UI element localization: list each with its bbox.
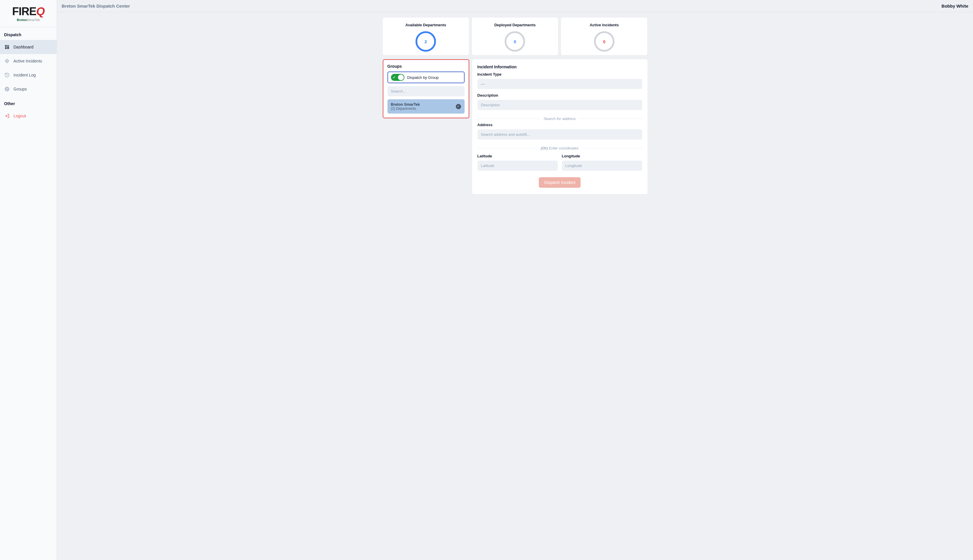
dispatch-by-group-toggle-wrap[interactable]: ✓ Dispatch by Group [388, 72, 465, 83]
nav-groups-label: Groups [13, 87, 27, 92]
latitude-label: Latitude [477, 154, 558, 158]
stat-active-title: Active Incidents [564, 23, 644, 27]
group-item-sub: (2) Departments [391, 107, 420, 111]
nav-section-other: Other [0, 96, 57, 109]
address-input[interactable] [477, 129, 642, 140]
stat-deployed: Deployed Departments 0 [472, 18, 558, 55]
nav-section-dispatch: Dispatch [0, 27, 57, 40]
stat-active: Active Incidents 0 [561, 18, 647, 55]
logo-text-left: FIRE [12, 5, 36, 18]
svg-rect-0 [5, 45, 7, 47]
nav-groups[interactable]: Groups [0, 82, 57, 96]
logo-sub: BretonSmarTek [3, 18, 54, 22]
target-icon [4, 58, 10, 64]
logo-sub-thin: SmarTek [27, 18, 40, 22]
incident-panel: Incident Information Incident Type --- D… [472, 59, 647, 194]
enter-coords-text: Enter coordinates [549, 146, 578, 150]
nav-active-incidents[interactable]: Active Incidents [0, 54, 57, 68]
stats-row: Available Departments 2 Deployed Departm… [383, 18, 647, 55]
coords-divider: (Or) Enter coordinates [477, 146, 642, 150]
logo-main: FIREQ [3, 6, 54, 17]
longitude-label: Longitude [562, 154, 642, 158]
logo-text-right: Q [36, 5, 45, 18]
svg-rect-2 [7, 47, 9, 49]
dispatch-incident-button[interactable]: Dispatch Incident [539, 177, 580, 188]
incident-type-label: Incident Type [477, 72, 642, 77]
incident-type-select[interactable]: --- [477, 79, 642, 89]
latitude-input[interactable] [477, 161, 558, 171]
history-icon [4, 72, 10, 78]
nav-active-incidents-label: Active Incidents [13, 59, 42, 63]
groups-panel: Groups ✓ Dispatch by Group Breton SmarTe… [383, 59, 469, 118]
nav-dashboard[interactable]: Dashboard [0, 40, 57, 54]
nav-logout-label: Logout [13, 113, 26, 118]
groups-search-input[interactable] [388, 86, 465, 97]
panels-row: Groups ✓ Dispatch by Group Breton SmarTe… [383, 59, 647, 194]
search-address-divider: Search for address [477, 117, 642, 121]
dashboard-icon [4, 44, 10, 50]
stat-available-title: Available Departments [386, 23, 466, 27]
nav-dashboard-label: Dashboard [13, 45, 33, 49]
search-address-text: Search for address [544, 117, 576, 121]
page-title: Breton SmarTek Dispatch Center [62, 3, 130, 8]
svg-point-5 [7, 61, 8, 62]
nav-incident-log-label: Incident Log [13, 73, 36, 77]
description-label: Description [477, 93, 642, 98]
nav-logout[interactable]: Logout [0, 109, 57, 123]
description-input[interactable] [477, 100, 642, 110]
check-circle-icon: ✓ [456, 104, 461, 109]
coord-row: Latitude Longitude [477, 152, 642, 171]
stat-available-value: 2 [416, 31, 436, 52]
group-item-name: Breton SmarTek [391, 102, 420, 107]
topbar: Breton SmarTek Dispatch Center Bobby Whi… [57, 0, 973, 12]
logout-icon [4, 113, 10, 119]
stat-active-value: 0 [594, 31, 615, 52]
stat-deployed-title: Deployed Departments [475, 23, 555, 27]
groups-heading: Groups [388, 64, 465, 68]
content: Available Departments 2 Deployed Departm… [57, 12, 973, 199]
dispatch-by-group-label: Dispatch by Group [407, 75, 439, 80]
svg-rect-3 [5, 47, 7, 49]
longitude-input[interactable] [562, 161, 642, 171]
incident-heading: Incident Information [477, 65, 642, 69]
sidebar: FIREQ BretonSmarTek Dispatch Dashboard A… [0, 0, 57, 560]
toggle-knob [398, 75, 404, 80]
globe-icon [4, 86, 10, 92]
group-item[interactable]: Breton SmarTek (2) Departments ✓ [388, 99, 465, 113]
nav-incident-log[interactable]: Incident Log [0, 68, 57, 82]
address-label: Address [477, 123, 642, 127]
check-icon: ✓ [393, 75, 396, 79]
main-area: Breton SmarTek Dispatch Center Bobby Whi… [57, 0, 973, 560]
svg-rect-1 [7, 45, 9, 46]
user-name[interactable]: Bobby White [941, 3, 968, 8]
logo-sub-bold: Breton [17, 18, 27, 22]
stat-deployed-value: 0 [505, 31, 525, 52]
logo: FIREQ BretonSmarTek [0, 0, 57, 27]
or-text: (Or) [541, 146, 548, 150]
dispatch-by-group-toggle[interactable]: ✓ [391, 74, 405, 81]
stat-available: Available Departments 2 [383, 18, 469, 55]
